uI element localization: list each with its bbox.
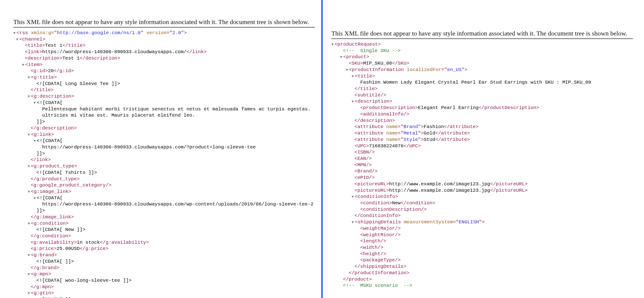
right-column: This XML file does not appear to have an… [323,7,640,298]
page-root: This XML file does not appear to have an… [0,0,644,298]
google-feed-xml: ▼<rss xmlns:g="http://base.google.com/ns… [13,30,315,298]
xml-notice-left: This XML file does not appear to have an… [13,18,315,28]
left-column: This XML file does not appear to have an… [4,7,321,298]
ebay-feed-xml: ▼<productRequest> <!-- Single SKU --> ▼<… [332,41,633,289]
xml-notice-right: This XML file does not appear to have an… [332,30,633,39]
